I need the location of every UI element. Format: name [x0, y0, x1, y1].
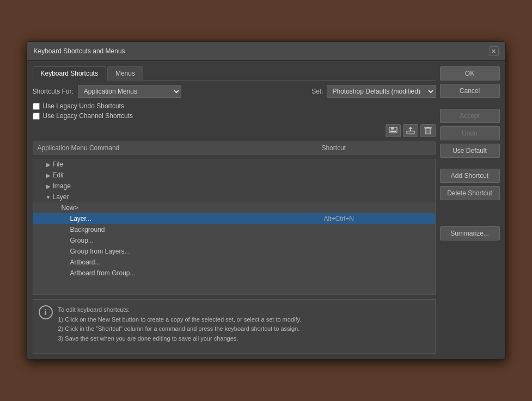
save-set-button[interactable]: [386, 124, 401, 137]
expand-arrow: ▼: [44, 194, 53, 200]
accept-button[interactable]: Accept: [440, 109, 500, 123]
legacy-undo-label: Use Legacy Undo Shortcuts: [43, 102, 124, 110]
tab-bar: Keyboard Shortcuts Menus: [33, 66, 436, 81]
delete-shortcut-button[interactable]: Delete Shortcut: [440, 186, 500, 200]
row-label: New>: [62, 204, 324, 212]
table-row[interactable]: Layer... Alt+Ctrl+N: [33, 213, 435, 224]
svg-rect-3: [407, 131, 414, 134]
row-label: Edit: [53, 171, 324, 179]
export-set-button[interactable]: [403, 124, 418, 137]
shortcuts-for-label: Shortcuts For:: [33, 88, 74, 95]
delete-set-button[interactable]: [420, 124, 436, 137]
row-label: File: [53, 161, 324, 168]
close-button[interactable]: ✕: [489, 46, 499, 56]
left-panel: Keyboard Shortcuts Menus Shortcuts For: …: [33, 66, 436, 354]
table-row[interactable]: ▼ Layer: [33, 192, 435, 202]
svg-rect-1: [391, 127, 394, 129]
legacy-channel-row: Use Legacy Channel Shortcuts: [33, 112, 436, 120]
top-controls: Shortcuts For: Application Menus Panel M…: [33, 85, 436, 98]
right-panel: OK Cancel Accept Undo Use Default Add Sh…: [440, 66, 500, 354]
table-row[interactable]: New>: [33, 202, 435, 213]
row-label: Group...: [70, 237, 324, 244]
svg-rect-2: [390, 131, 396, 132]
cancel-button[interactable]: Cancel: [440, 84, 500, 98]
table-row[interactable]: Artboard...: [33, 257, 435, 268]
info-text: To edit keyboard shortcuts: 1) Click on …: [58, 305, 302, 343]
table-row[interactable]: Group...: [33, 235, 435, 246]
legacy-undo-checkbox[interactable]: [33, 103, 40, 110]
table-row[interactable]: ▶ Image: [33, 181, 435, 192]
expand-arrow: ▶: [44, 172, 53, 178]
shortcuts-for-row: Shortcuts For: Application Menus Panel M…: [33, 85, 181, 98]
row-label: Artboard...: [70, 258, 324, 266]
col-command-header: Application Menu Command: [38, 144, 322, 152]
tab-menus[interactable]: Menus: [107, 66, 143, 80]
table-row[interactable]: Background: [33, 224, 435, 235]
undo-button[interactable]: Undo: [440, 126, 500, 140]
legacy-undo-row: Use Legacy Undo Shortcuts: [33, 102, 436, 110]
row-label: Layer: [53, 193, 324, 201]
set-row: Set: Photoshop Defaults (modified) Photo…: [311, 85, 435, 98]
expand-arrow: ▶: [44, 183, 53, 189]
col-shortcut-header: Shortcut: [322, 144, 431, 152]
summarize-button[interactable]: Summarize...: [440, 226, 500, 240]
set-label: Set:: [311, 88, 323, 95]
set-select[interactable]: Photoshop Defaults (modified) Photoshop …: [327, 85, 436, 98]
checkboxes-group: Use Legacy Undo Shortcuts Use Legacy Cha…: [33, 102, 436, 120]
dialog-title: Keyboard Shortcuts and Menus: [34, 47, 125, 55]
tab-keyboard-shortcuts[interactable]: Keyboard Shortcuts: [33, 66, 106, 81]
row-label: Group from Layers...: [70, 248, 324, 255]
expand-arrow: ▶: [44, 162, 53, 168]
row-label: Background: [70, 226, 324, 233]
row-label: Image: [53, 182, 324, 190]
table-row[interactable]: Group from Layers...: [33, 246, 435, 257]
ok-button[interactable]: OK: [440, 66, 500, 81]
svg-rect-5: [425, 128, 431, 134]
use-default-button[interactable]: Use Default: [440, 144, 500, 158]
add-shortcut-button[interactable]: Add Shortcut: [440, 169, 500, 183]
table-row[interactable]: ▶ Edit: [33, 170, 435, 181]
row-label: Artboard from Group...: [70, 269, 324, 277]
title-bar: Keyboard Shortcuts and Menus ✕: [27, 42, 505, 61]
shortcuts-table[interactable]: ▶ File ▶ Edit ▶ Image ▼: [33, 159, 436, 295]
table-row[interactable]: ▶ File: [33, 159, 435, 170]
info-box: i To edit keyboard shortcuts: 1) Click o…: [33, 299, 436, 354]
legacy-channel-checkbox[interactable]: [33, 113, 40, 120]
icon-toolbar: [33, 124, 436, 137]
table-row[interactable]: Artboard from Group...: [33, 268, 435, 279]
shortcuts-for-select[interactable]: Application Menus Panel Menus Tools: [78, 85, 181, 98]
row-label: Layer...: [70, 215, 324, 223]
svg-rect-7: [426, 127, 430, 128]
keyboard-shortcuts-dialog: Keyboard Shortcuts and Menus ✕ Keyboard …: [27, 41, 506, 360]
legacy-channel-label: Use Legacy Channel Shortcuts: [43, 112, 133, 120]
dialog-body: Keyboard Shortcuts Menus Shortcuts For: …: [27, 61, 505, 359]
info-icon: i: [39, 305, 53, 319]
table-header: Application Menu Command Shortcut: [33, 141, 436, 155]
